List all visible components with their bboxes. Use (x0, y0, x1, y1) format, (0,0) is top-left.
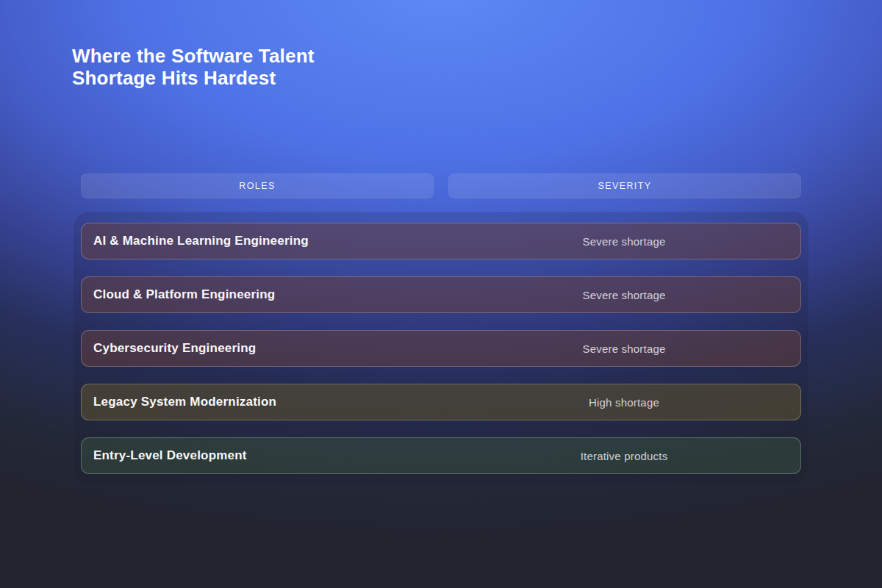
table-header-row: ROLES SEVERITY (74, 173, 808, 198)
infographic-background: Where the Software Talent Shortage Hits … (0, 0, 882, 588)
severity-value: Severe shortage (448, 235, 800, 248)
column-header-severity: SEVERITY (448, 173, 801, 198)
page-title: Where the Software Talent Shortage Hits … (72, 45, 315, 89)
shortage-table: ROLES SEVERITY AI & Machine Learning Eng… (74, 173, 808, 484)
column-header-roles: ROLES (81, 173, 434, 198)
table-body: AI & Machine Learning Engineering Severe… (74, 212, 808, 484)
table-row: Entry-Level Development Iterative produc… (81, 437, 801, 474)
severity-value: Severe shortage (448, 343, 800, 355)
role-label: Cloud & Platform Engineering (82, 287, 448, 302)
severity-value: High shortage (448, 396, 800, 409)
table-row: AI & Machine Learning Engineering Severe… (81, 223, 801, 259)
role-label: AI & Machine Learning Engineering (82, 234, 448, 248)
role-label: Cybersecurity Engineering (82, 341, 448, 356)
table-row: Cloud & Platform Engineering Severe shor… (81, 276, 801, 313)
table-row: Cybersecurity Engineering Severe shortag… (81, 330, 801, 367)
page-title-line1: Where the Software Talent (72, 45, 315, 67)
table-row: Legacy System Modernization High shortag… (81, 384, 801, 420)
severity-value: Severe shortage (448, 289, 800, 301)
page-title-line2: Shortage Hits Hardest (72, 67, 315, 89)
severity-value: Iterative products (448, 450, 800, 462)
role-label: Entry-Level Development (82, 448, 448, 463)
role-label: Legacy System Modernization (82, 395, 448, 409)
